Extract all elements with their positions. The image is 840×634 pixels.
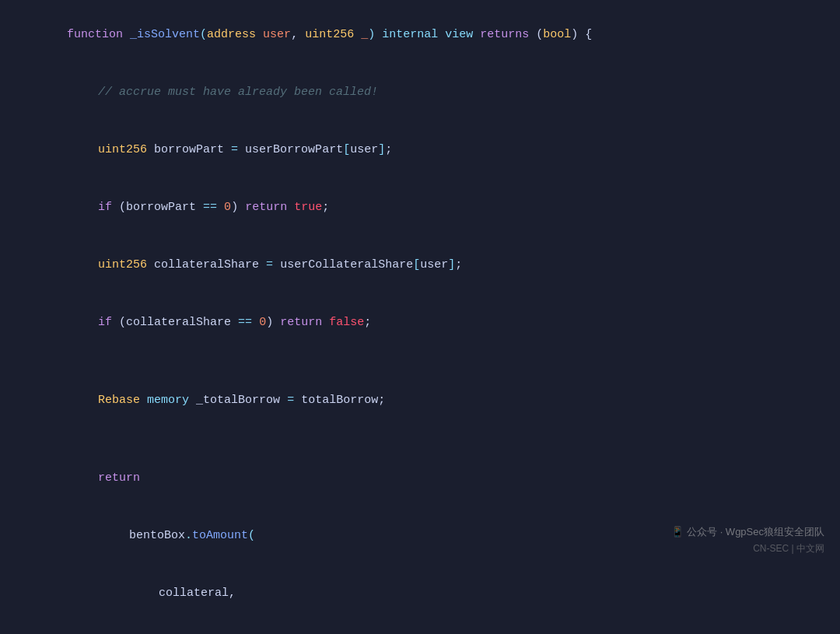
code-container: function _isSolvent(address user, uint25… <box>0 0 840 634</box>
code-line-11: collateralShare.mul(EXCHANGE_RATE_PRECIS… <box>0 622 840 634</box>
code-line-8: return <box>0 450 840 507</box>
code-line-10: collateral, <box>0 565 840 622</box>
code-line-2: // accrue must have already been called! <box>0 64 840 121</box>
code-line-6: if (collateralShare == 0) return false; <box>0 294 840 352</box>
code-line-7: Rebase memory _totalBorrow = totalBorrow… <box>0 372 840 429</box>
code-line-blank1 <box>0 352 840 372</box>
watermark-wechat: 📱 公众号 · WgpSec狼组安全团队 <box>671 524 824 541</box>
code-line-3: uint256 borrowPart = userBorrowPart[user… <box>0 121 840 179</box>
watermark-cnsec: CN-SEC | 中文网 <box>753 541 824 556</box>
code-line-4: if (borrowPart == 0) return true; <box>0 179 840 236</box>
code-line-1: function _isSolvent(address user, uint25… <box>0 6 840 64</box>
code-line-blank2 <box>0 429 840 450</box>
code-line-5: uint256 collateralShare = userCollateral… <box>0 236 840 294</box>
